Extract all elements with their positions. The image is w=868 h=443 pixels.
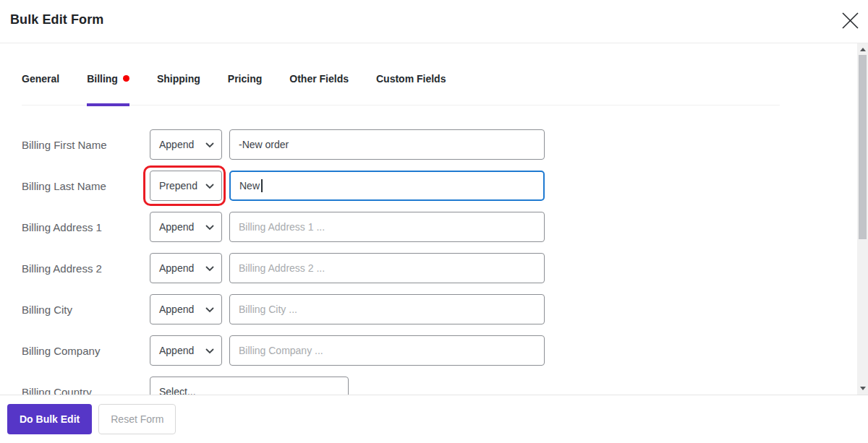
field-label: Billing City	[22, 304, 150, 316]
form-row-billing-address-2: Billing Address 2 Append	[22, 253, 868, 283]
billing-form: Billing First Name Append Billing Last N…	[0, 129, 868, 395]
form-row-billing-address-1: Billing Address 1 Append	[22, 212, 868, 242]
modal-header: Bulk Edit Form	[0, 0, 868, 43]
chevron-down-icon	[205, 139, 214, 150]
close-button[interactable]	[838, 9, 862, 34]
scroll-down-arrow-icon[interactable]	[860, 387, 866, 390]
value-input-billing-address-2[interactable]	[229, 253, 545, 283]
field-label: Billing First Name	[22, 139, 150, 151]
tab-bar: General Billing Shipping Pricing Other F…	[22, 43, 780, 106]
form-row-billing-company: Billing Company Append	[22, 335, 868, 366]
form-row-billing-last-name: Billing Last Name Prepend	[22, 171, 868, 201]
value-input-billing-first-name[interactable]	[229, 129, 545, 160]
form-row-billing-first-name: Billing First Name Append	[22, 129, 868, 160]
text-cursor	[261, 179, 263, 192]
mode-select-billing-first-name[interactable]: Append	[150, 129, 222, 160]
chevron-down-icon	[205, 345, 214, 356]
tab-billing[interactable]: Billing	[87, 72, 129, 105]
field-label: Billing Company	[22, 345, 150, 357]
tab-pricing[interactable]: Pricing	[228, 72, 262, 105]
tab-custom-fields[interactable]: Custom Fields	[376, 72, 446, 105]
value-input-billing-city[interactable]	[229, 294, 545, 324]
value-input-billing-company[interactable]	[229, 335, 545, 366]
field-label: Billing Country	[22, 386, 150, 395]
mode-select-billing-address-2[interactable]: Append	[150, 253, 222, 283]
field-label: Billing Last Name	[22, 180, 150, 192]
chevron-down-icon	[205, 304, 214, 315]
page-title: Bulk Edit Form	[10, 12, 103, 27]
field-label: Billing Address 2	[22, 262, 150, 275]
mode-select-billing-address-1[interactable]: Append	[150, 212, 222, 242]
reset-form-button[interactable]: Reset Form	[98, 404, 176, 434]
unsaved-changes-dot	[123, 75, 129, 82]
mode-select-billing-city[interactable]: Append	[150, 294, 222, 324]
form-row-billing-city: Billing City Append	[22, 294, 868, 324]
tab-general[interactable]: General	[22, 72, 59, 105]
value-input-billing-last-name[interactable]	[229, 171, 545, 201]
modal-footer: Do Bulk Edit Reset Form	[0, 395, 868, 443]
modal-body: General Billing Shipping Pricing Other F…	[0, 43, 868, 395]
chevron-down-icon	[205, 221, 214, 233]
tab-shipping[interactable]: Shipping	[157, 72, 200, 105]
field-label: Billing Address 1	[22, 221, 150, 233]
vertical-scrollbar	[857, 43, 868, 395]
mode-select-billing-company[interactable]: Append	[150, 335, 222, 366]
chevron-down-icon	[205, 180, 214, 192]
value-input-billing-address-1[interactable]	[229, 212, 545, 242]
tab-other-fields[interactable]: Other Fields	[289, 72, 349, 105]
chevron-down-icon	[205, 262, 214, 274]
mode-select-billing-last-name[interactable]: Prepend	[150, 171, 222, 201]
country-select[interactable]: Select...	[150, 377, 349, 395]
do-bulk-edit-button[interactable]: Do Bulk Edit	[7, 404, 92, 434]
close-icon	[841, 11, 860, 33]
scroll-up-arrow-icon[interactable]	[860, 48, 866, 51]
form-row-billing-country: Billing Country Select...	[22, 377, 868, 395]
bulk-edit-modal: Bulk Edit Form General Billing Shipping …	[0, 0, 868, 443]
scrollbar-thumb[interactable]	[859, 55, 867, 239]
